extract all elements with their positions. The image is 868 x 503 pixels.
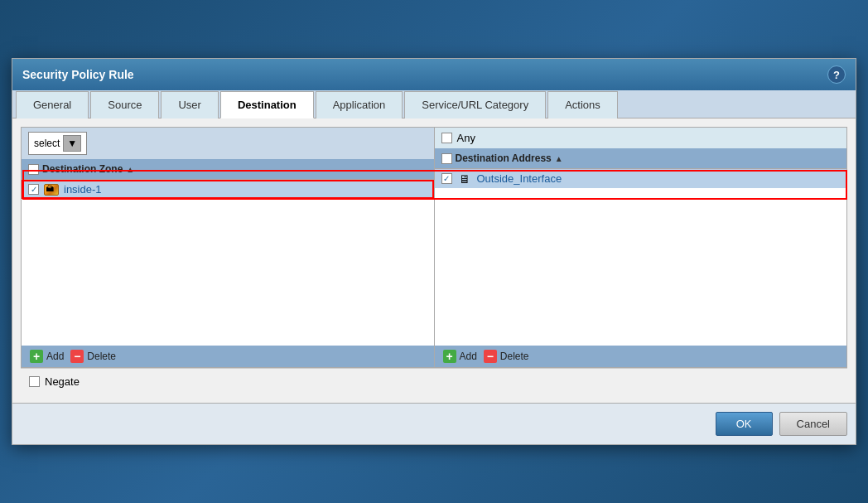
right-col-label: Destination Address [456, 152, 552, 164]
left-delete-button[interactable]: − Delete [70, 350, 116, 363]
left-delete-label: Delete [87, 351, 116, 362]
tab-application[interactable]: Application [316, 91, 403, 118]
dialog-title: Security Policy Rule [22, 68, 134, 81]
left-panel: select ▼ Destination Zone ▲ [22, 128, 435, 367]
right-del-icon: − [484, 350, 497, 363]
content-area: select ▼ Destination Zone ▲ [21, 127, 847, 368]
left-list-area: inside-1 [22, 180, 434, 346]
right-list-item-outside[interactable]: 🖥 Outside_Interface [435, 169, 847, 188]
negate-checkbox[interactable] [29, 376, 40, 387]
left-col-header: Destination Zone ▲ [22, 159, 434, 180]
tab-actions[interactable]: Actions [547, 91, 618, 118]
tab-bar: General Source User Destination Applicat… [12, 90, 856, 118]
dialog-footer: OK Cancel [12, 403, 856, 444]
right-add-button[interactable]: + Add [443, 350, 477, 363]
left-col-label: Destination Zone [42, 163, 123, 175]
cancel-button[interactable]: Cancel [779, 412, 847, 436]
help-button[interactable]: ? [827, 65, 846, 84]
any-row: Any [435, 128, 847, 148]
left-add-label: Add [46, 351, 64, 362]
left-list-item-inside1[interactable]: inside-1 [22, 180, 434, 199]
zone-icon [44, 184, 59, 196]
tab-source[interactable]: Source [90, 91, 159, 118]
right-add-label: Add [460, 351, 477, 362]
any-label: Any [457, 132, 475, 144]
left-toolbar: select ▼ [22, 128, 434, 159]
address-icon: 🖥 [457, 173, 472, 185]
any-checkbox[interactable] [441, 133, 452, 143]
left-item-link[interactable]: inside-1 [64, 183, 102, 196]
ok-button[interactable]: OK [716, 412, 773, 436]
right-add-icon: + [443, 350, 456, 363]
right-header-checkbox[interactable] [441, 153, 452, 164]
left-add-button[interactable]: + Add [30, 350, 64, 363]
dropdown-arrow[interactable]: ▼ [63, 135, 81, 152]
left-sort-arrow: ▲ [126, 165, 134, 174]
right-delete-button[interactable]: − Delete [484, 350, 529, 363]
right-delete-label: Delete [500, 351, 529, 362]
right-item-checkbox[interactable] [441, 173, 452, 184]
right-list-area: 🖥 Outside_Interface [435, 169, 847, 346]
right-sort-arrow: ▲ [555, 154, 563, 163]
background: Security Policy Rule ? General Source Us… [0, 0, 868, 503]
right-item-link[interactable]: Outside_Interface [477, 172, 562, 185]
right-panel: Any Destination Address ▲ 🖥 Outside_Inte [435, 128, 847, 367]
right-col-header: Destination Address ▲ [435, 148, 847, 169]
tab-destination[interactable]: Destination [220, 91, 314, 118]
right-footer: + Add − Delete [435, 346, 847, 367]
left-item-checkbox[interactable] [28, 184, 39, 195]
tab-general[interactable]: General [16, 91, 89, 118]
del-icon: − [70, 350, 84, 363]
tab-user[interactable]: User [161, 91, 218, 118]
dialog-body: select ▼ Destination Zone ▲ [12, 118, 856, 403]
dialog: Security Policy Rule ? General Source Us… [12, 58, 856, 445]
left-header-checkbox[interactable] [28, 164, 39, 175]
select-box[interactable]: select ▼ [28, 132, 87, 155]
negate-label: Negate [45, 375, 80, 388]
negate-row: Negate [21, 368, 847, 394]
left-footer: + Add − Delete [22, 346, 434, 367]
select-value: select [34, 138, 60, 149]
tab-service-url[interactable]: Service/URL Category [404, 91, 546, 118]
dialog-titlebar: Security Policy Rule ? [12, 59, 856, 90]
add-icon: + [30, 350, 43, 363]
